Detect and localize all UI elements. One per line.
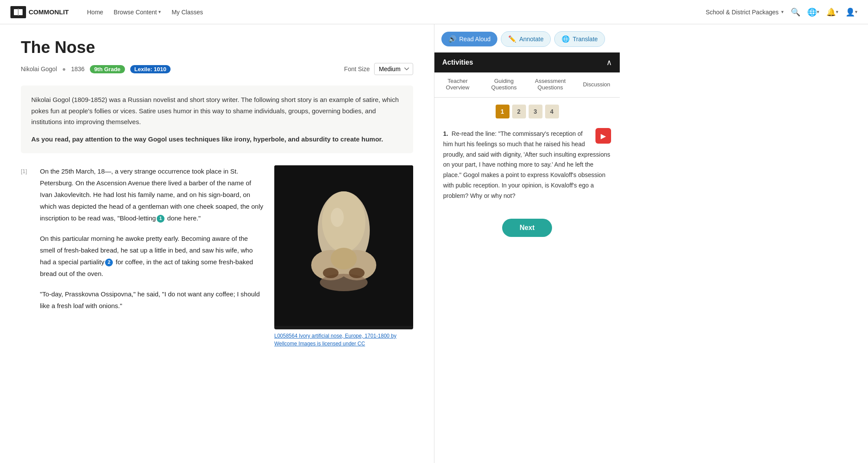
- font-size-area: Font Size Small Medium Large: [344, 63, 413, 75]
- nav-home[interactable]: Home: [82, 6, 107, 18]
- activities-tabs: Teacher Overview Guiding Questions Asses…: [434, 72, 620, 98]
- question-number: 1.: [443, 130, 448, 137]
- pencil-icon: ✏️: [508, 35, 516, 43]
- activities-header: Activities ∧: [434, 53, 620, 72]
- speaker-icon: 🔊: [448, 35, 457, 43]
- svg-rect-2: [18, 9, 19, 16]
- tab-discussion[interactable]: Discussion: [573, 72, 620, 97]
- sidebar: 🔊 Read Aloud ✏️ Annotate 🌐 Translate Act…: [434, 24, 620, 463]
- school-district-packages[interactable]: School & District Packages ▾: [706, 9, 784, 16]
- intro-paragraph-2: As you read, pay attention to the way Go…: [31, 134, 403, 145]
- translate-button[interactable]: 🌐 Translate: [554, 31, 605, 47]
- globe-button[interactable]: 🌐 ▾: [807, 7, 819, 17]
- notifications-button[interactable]: 🔔 ▾: [826, 7, 838, 17]
- meta-dot-1: ●: [62, 66, 66, 72]
- user-menu-button[interactable]: 👤 ▾: [845, 7, 858, 17]
- question-nav: 1 2 3 4: [434, 98, 620, 122]
- annotate-button[interactable]: ✏️ Annotate: [501, 31, 551, 47]
- intro-bold-text: As you read, pay attention to the way Go…: [31, 135, 383, 143]
- tab-teacher-overview[interactable]: Teacher Overview: [434, 72, 481, 97]
- svg-rect-0: [14, 9, 18, 15]
- svg-point-8: [331, 248, 357, 269]
- footnote-1[interactable]: 1: [157, 215, 164, 223]
- next-button[interactable]: Next: [502, 219, 552, 237]
- sidebar-toolbar: 🔊 Read Aloud ✏️ Annotate 🌐 Translate: [434, 24, 620, 53]
- svg-rect-1: [19, 9, 23, 15]
- browse-content-chevron: ▾: [158, 9, 161, 15]
- activities-label: Activities: [442, 59, 473, 66]
- svg-point-12: [349, 268, 365, 278]
- font-size-select[interactable]: Small Medium Large: [374, 63, 413, 75]
- text-content: L0058564 Ivory artificial nose, Europe, …: [21, 165, 413, 355]
- para-num-1: [1]: [21, 165, 33, 224]
- para-text-2: On this particular morning he awoke pret…: [40, 233, 264, 279]
- nav-right: School & District Packages ▾ 🔍 🌐 ▾ 🔔 ▾ 👤…: [706, 7, 858, 17]
- article-image: [274, 165, 413, 329]
- logo[interactable]: COMMONLIT: [10, 6, 69, 18]
- para-text-3: "To-day, Prasskovna Ossipovna," he said,…: [40, 288, 264, 312]
- para-num-2: [21, 233, 33, 279]
- paragraph-1: [1] On the 25th March, 18—, a very stran…: [21, 165, 264, 224]
- doc-author: Nikolai Gogol: [21, 66, 57, 72]
- activities-collapse-button[interactable]: ∧: [606, 58, 612, 67]
- next-button-area: Next: [434, 208, 620, 246]
- nav-my-classes[interactable]: My Classes: [167, 6, 207, 18]
- question-body: ▶ 1. Re-read the line: "The commissary's…: [434, 122, 620, 208]
- doc-meta: Nikolai Gogol ● 1836 9th Grade Lexile: 1…: [21, 63, 413, 75]
- tab-assessment-questions[interactable]: Assessment Questions: [527, 72, 574, 97]
- font-size-label: Font Size: [344, 66, 370, 72]
- grade-badge[interactable]: 9th Grade: [90, 65, 125, 73]
- intro-box: Nikolai Gogol (1809-1852) was a Russian …: [21, 85, 413, 153]
- document-title: The Nose: [21, 38, 413, 57]
- article-image-container: L0058564 Ivory artificial nose, Europe, …: [274, 165, 413, 348]
- main-layout: The Nose Nikolai Gogol ● 1836 9th Grade …: [0, 24, 868, 463]
- paragraph-2: On this particular morning he awoke pret…: [21, 233, 264, 279]
- question-num-1[interactable]: 1: [496, 105, 510, 118]
- logo-text: COMMONLIT: [29, 8, 69, 16]
- para-num-3: [21, 288, 33, 312]
- question-num-4[interactable]: 4: [545, 105, 559, 118]
- paragraph-3: "To-day, Prasskovna Ossipovna," he said,…: [21, 288, 264, 312]
- intro-paragraph-1: Nikolai Gogol (1809-1852) was a Russian …: [31, 94, 403, 128]
- footnote-2[interactable]: 2: [105, 259, 113, 266]
- content-area: The Nose Nikolai Gogol ● 1836 9th Grade …: [0, 24, 434, 463]
- image-caption[interactable]: L0058564 Ivory artificial nose, Europe, …: [274, 332, 413, 348]
- search-button[interactable]: 🔍: [791, 7, 800, 17]
- read-aloud-button[interactable]: 🔊 Read Aloud: [441, 32, 497, 46]
- svg-point-9: [331, 208, 344, 227]
- tab-guiding-questions[interactable]: Guiding Questions: [481, 72, 527, 97]
- nav-links: Home Browse Content ▾ My Classes: [82, 6, 207, 18]
- lexile-badge: Lexile: 1010: [130, 65, 171, 73]
- school-pkg-chevron: ▾: [781, 9, 784, 15]
- svg-point-5: [322, 191, 365, 252]
- nav-browse-content[interactable]: Browse Content ▾: [109, 6, 166, 18]
- question-num-2[interactable]: 2: [512, 105, 526, 118]
- navbar: COMMONLIT Home Browse Content ▾ My Class…: [0, 0, 868, 24]
- question-num-3[interactable]: 3: [529, 105, 542, 118]
- play-icon: ▶: [601, 132, 606, 140]
- globe-sidebar-icon: 🌐: [562, 35, 570, 43]
- svg-point-11: [323, 268, 339, 278]
- doc-year: 1836: [71, 66, 85, 72]
- logo-book-icon: [13, 8, 23, 16]
- question-text: Re-read the line: "The commissary's rece…: [443, 130, 610, 199]
- para-text-1: On the 25th March, 18—, a very strange o…: [40, 165, 264, 224]
- nose-image-svg: [274, 165, 413, 326]
- play-question-button[interactable]: ▶: [595, 128, 611, 144]
